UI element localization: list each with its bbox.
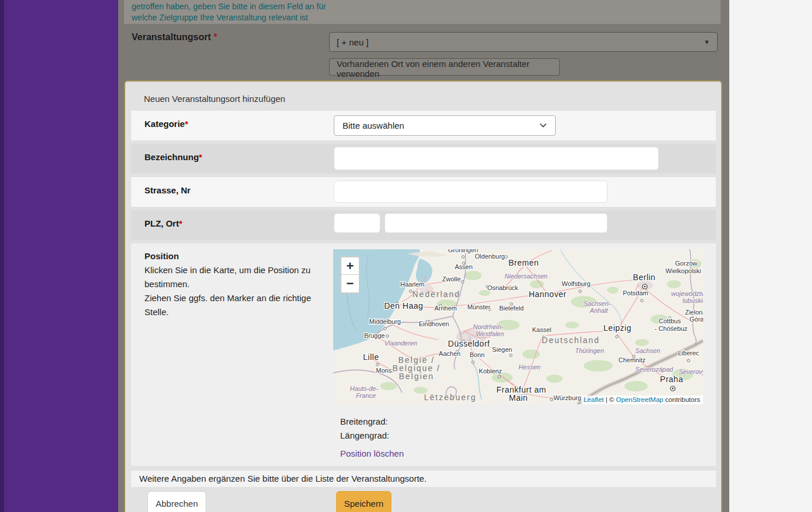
svg-text:Hauts-de-: Hauts-de- <box>350 385 379 392</box>
row-position: Position Klicken Sie in die Karte, um di… <box>131 243 716 466</box>
delete-position-link[interactable]: Position löschen <box>340 449 404 458</box>
row-strasse: Strasse, Nr <box>131 177 716 207</box>
laengengrad-label: Längengrad: <box>340 430 389 440</box>
breitengrad-label: Breitengrad: <box>340 416 388 426</box>
help-text-line2: welche Zielgruppe Ihre Veranstaltung rel… <box>132 12 721 23</box>
svg-text:Praha: Praha <box>660 375 683 384</box>
svg-text:Anhalt: Anhalt <box>589 307 608 314</box>
svg-text:Arnhem: Arnhem <box>435 305 457 312</box>
new-venue-panel: Neuen Veranstaltungsort hinzufügen Kateg… <box>124 80 722 512</box>
help-text-line1: getroffen haben, geben Sie bitte in dies… <box>132 1 721 12</box>
svg-text:Westfalen: Westfalen <box>476 330 504 337</box>
cancel-button[interactable]: Abbrechen <box>147 491 206 512</box>
leaflet-map[interactable]: GroningenOldenburgBremenAssenZwolleHaarl… <box>333 249 703 404</box>
kategorie-select-value: Bitte auswählen <box>343 121 404 130</box>
svg-text:Niedersachsen: Niedersachsen <box>504 273 547 280</box>
map-canvas: GroningenOldenburgBremenAssenZwolleHaarl… <box>333 249 703 404</box>
svg-text:Mons: Mons <box>376 367 392 374</box>
zoom-out-button[interactable]: − <box>341 275 359 292</box>
svg-text:Berlin: Berlin <box>633 273 656 282</box>
sidebar-edge <box>0 0 4 512</box>
required-asterisk: * <box>185 119 188 129</box>
screen: getroffen haben, geben Sie bitte in dies… <box>0 0 812 512</box>
svg-text:Bonn: Bonn <box>469 351 485 358</box>
button-row: Abbrechen Speichern <box>131 491 716 512</box>
openstreetmap-link[interactable]: OpenStreetMap <box>616 396 663 403</box>
required-asterisk: * <box>213 32 217 42</box>
attribution-suffix: contributors <box>663 396 700 403</box>
svg-text:Bremen: Bremen <box>509 258 539 267</box>
venue-select[interactable]: [ + neu ] ▼ <box>329 32 718 52</box>
use-existing-venue-button[interactable]: Vorhandenen Ort von einem anderen Verans… <box>329 58 560 76</box>
svg-text:Kassel: Kassel <box>532 326 551 333</box>
svg-text:Brugge: Brugge <box>364 332 384 339</box>
svg-text:Vlaanderen: Vlaanderen <box>384 340 417 347</box>
svg-text:Oldenburg: Oldenburg <box>475 253 504 260</box>
svg-text:Aachen: Aachen <box>439 350 460 357</box>
map-attribution: Leaflet | © OpenStreetMap contributors <box>581 396 703 404</box>
svg-text:- Chóśebuz: - Chóśebuz <box>655 325 687 332</box>
position-label: Position <box>144 249 326 263</box>
svg-text:Belgien: Belgien <box>399 372 435 381</box>
svg-text:Thüringen: Thüringen <box>575 347 604 354</box>
sidebar <box>0 0 118 512</box>
chevron-down-icon: ▼ <box>704 38 710 45</box>
svg-text:lubuskie: lubuskie <box>683 297 703 304</box>
svg-text:Wielkopolski: Wielkopolski <box>665 267 701 274</box>
bezeichnung-label: Bezeichnung* <box>144 152 202 162</box>
svg-text:Gorzów: Gorzów <box>675 260 697 267</box>
svg-text:Severovýchod: Severovýchod <box>679 368 703 375</box>
svg-text:Lille: Lille <box>363 352 379 362</box>
help-text-box: getroffen haben, geben Sie bitte in dies… <box>124 0 721 24</box>
page-background <box>729 0 812 512</box>
svg-text:województwo: województwo <box>671 290 703 297</box>
svg-text:Hessen: Hessen <box>518 363 540 370</box>
svg-text:France: France <box>356 392 376 399</box>
svg-text:Cottbus: Cottbus <box>659 317 681 324</box>
panel-title: Neuen Veranstaltungsort hinzufügen <box>125 82 721 111</box>
svg-text:Sachsen-: Sachsen- <box>584 300 611 307</box>
form-rows: Kategorie* Bitte auswählen Bezeichnung* … <box>131 111 716 512</box>
svg-text:Góra: Góra <box>690 316 703 323</box>
strasse-input[interactable] <box>334 181 608 203</box>
row-kategorie: Kategorie* Bitte auswählen <box>131 111 716 140</box>
svg-text:Nordrhein-: Nordrhein- <box>473 323 503 330</box>
svg-text:Severozápad: Severozápad <box>636 366 674 373</box>
svg-text:Assen: Assen <box>455 263 473 270</box>
ort-input[interactable] <box>384 213 608 233</box>
position-hint-1: Klicken Sie in die Karte, um die Positio… <box>144 263 326 291</box>
bezeichnung-input[interactable] <box>334 147 659 170</box>
map-zoom-control: + − <box>340 256 360 294</box>
required-asterisk: * <box>179 218 182 228</box>
svg-text:Eindhoven: Eindhoven <box>419 320 449 327</box>
svg-text:Siegen: Siegen <box>492 346 512 353</box>
row-bezeichnung: Bezeichnung* <box>131 144 716 174</box>
position-help-text: Position Klicken Sie in die Karte, um di… <box>144 249 326 319</box>
attribution-separator: | © <box>603 396 616 403</box>
plz-ort-label: PLZ, Ort* <box>144 218 182 228</box>
svg-text:Münster: Münster <box>467 303 490 310</box>
strasse-label: Strasse, Nr <box>144 185 190 195</box>
svg-text:Middelburg: Middelburg <box>369 318 401 325</box>
leaflet-link[interactable]: Leaflet <box>584 396 604 403</box>
save-button[interactable]: Speichern <box>336 491 391 512</box>
svg-text:Koblenz: Koblenz <box>479 368 502 375</box>
zoom-in-button[interactable]: + <box>341 257 359 275</box>
svg-text:Deutschland: Deutschland <box>542 336 600 345</box>
svg-text:Zwolle: Zwolle <box>442 276 461 283</box>
svg-text:Den Haag: Den Haag <box>384 301 423 310</box>
svg-text:Sachsen: Sachsen <box>636 347 661 354</box>
svg-text:Chemnitz: Chemnitz <box>619 356 645 363</box>
coordinates-block: Breitengrad: Längengrad: <box>340 415 389 443</box>
svg-text:Lëtzebuerg: Lëtzebuerg <box>424 393 476 402</box>
footer-note: Weitere Angaben ergänzen Sie bitte über … <box>131 471 716 487</box>
venue-label: Veranstaltungsort * <box>132 32 217 43</box>
svg-text:Wolfsburg: Wolfsburg <box>562 280 590 287</box>
chevron-down-icon <box>539 123 547 128</box>
svg-text:Main: Main <box>509 393 528 402</box>
plz-input[interactable] <box>334 213 380 233</box>
kategorie-select[interactable]: Bitte auswählen <box>334 115 556 136</box>
svg-text:Potsdam: Potsdam <box>623 289 648 296</box>
svg-text:Nederland: Nederland <box>412 289 461 299</box>
position-hint-2: Ziehen Sie ggfs. den Marker an die richt… <box>144 291 326 319</box>
